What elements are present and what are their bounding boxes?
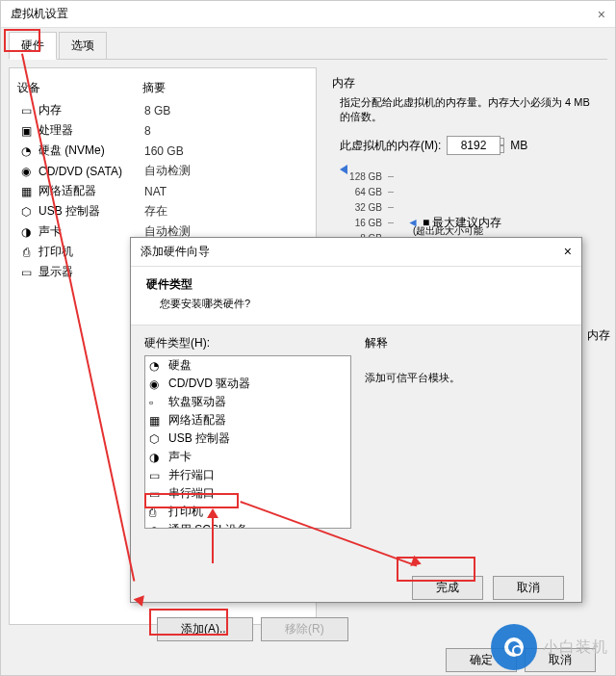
hardware-type-item[interactable]: ◉CD/DVD 驱动器 — [145, 375, 350, 393]
close-icon[interactable]: × — [598, 7, 605, 22]
hardware-type-item[interactable]: ▦网络适配器 — [145, 411, 350, 429]
scale-tick-icon — [388, 207, 394, 208]
hw-type-label: CD/DVD 驱动器 — [168, 376, 250, 392]
wizard-header: 硬件类型 您要安装哪类硬件? — [131, 267, 581, 325]
close-icon[interactable]: × — [564, 244, 572, 260]
device-summary: 8 — [144, 124, 151, 138]
hardware-type-item[interactable]: ◎通用 SCSI 设备 — [145, 521, 350, 529]
hw-type-icon: ◔ — [149, 359, 165, 373]
device-icon: ◔ — [17, 144, 35, 158]
device-row[interactable]: ▦网络适配器NAT — [17, 181, 308, 201]
hardware-type-list[interactable]: ◔硬盘◉CD/DVD 驱动器▫软盘驱动器▦网络适配器⬡USB 控制器◑声卡▭并行… — [144, 355, 351, 529]
scale-row: 32 GB — [340, 199, 600, 215]
tab-hardware[interactable]: 硬件 — [9, 32, 57, 60]
device-summary: 自动检测 — [144, 163, 191, 179]
watermark-logo-icon — [491, 624, 537, 670]
hardware-type-item[interactable]: ▫软盘驱动器 — [145, 393, 350, 411]
device-icon: ▭ — [17, 266, 35, 279]
wizard-body: 硬件类型(H): ◔硬盘◉CD/DVD 驱动器▫软盘驱动器▦网络适配器⬡USB … — [131, 325, 581, 566]
tab-options[interactable]: 选项 — [59, 32, 107, 59]
hw-type-label: 声卡 — [168, 449, 192, 465]
hw-type-label: 通用 SCSI 设备 — [168, 522, 248, 529]
device-name: 声卡 — [38, 223, 144, 240]
device-row[interactable]: ▣处理器8 — [17, 120, 308, 141]
hw-type-icon: ⬡ — [149, 432, 165, 446]
device-name: 内存 — [38, 102, 144, 118]
wizard-buttons: 完成 取消 — [131, 566, 581, 610]
watermark: 小白装机 — [491, 624, 608, 670]
device-row[interactable]: ⬡USB 控制器存在 — [17, 201, 308, 221]
device-name: USB 控制器 — [38, 203, 144, 220]
memory-desc: 指定分配给此虚拟机的内存量。内存大小必须为 4 MB 的倍数。 — [340, 95, 600, 124]
scale-row: 128 GB — [340, 169, 600, 184]
memory-scale: 128 GB64 GB32 GB16 GB◄■ 最大建议内存8 GB(超出此大小… — [340, 169, 600, 246]
hardware-type-item[interactable]: ⎙打印机 — [145, 503, 350, 521]
device-icon: ⬡ — [17, 205, 35, 219]
tabs: 硬件 选项 — [9, 32, 607, 60]
device-row[interactable]: ◉CD/DVD (SATA)自动检测 — [17, 161, 308, 181]
col-summary: 摘要 — [142, 80, 166, 96]
device-header: 设备 摘要 — [17, 76, 308, 100]
hw-type-icon: ◎ — [149, 524, 165, 530]
hw-type-label: 并行端口 — [168, 467, 215, 483]
device-icon: ◑ — [17, 225, 35, 239]
device-name: 硬盘 (NVMe) — [38, 143, 144, 159]
device-summary: NAT — [144, 185, 167, 198]
scale-label: 64 GB — [340, 187, 382, 197]
right-memory-label: 内存 — [587, 327, 610, 344]
hw-type-icon: ⎙ — [149, 506, 165, 519]
device-name: CD/DVD (SATA) — [38, 165, 144, 178]
device-summary: 8 GB — [144, 104, 170, 117]
hw-type-icon: ▭ — [149, 469, 165, 482]
scale-tick-icon — [388, 176, 394, 177]
hardware-type-item[interactable]: ▭串行端口 — [145, 484, 350, 503]
hw-type-icon: ▭ — [149, 487, 165, 501]
hw-type-label: USB 控制器 — [168, 430, 230, 447]
scale-label: 32 GB — [340, 202, 382, 213]
device-row[interactable]: ◔硬盘 (NVMe)160 GB — [17, 141, 308, 161]
wizard-header-sub: 您要安装哪类硬件? — [160, 297, 566, 311]
hardware-type-item[interactable]: ◑声卡 — [145, 448, 350, 466]
device-name: 打印机 — [38, 244, 144, 260]
hw-type-label: 串行端口 — [168, 485, 215, 502]
finish-button[interactable]: 完成 — [412, 576, 483, 600]
title-bar: 虚拟机设置 × — [1, 1, 615, 28]
remove-button: 移除(R) — [261, 617, 348, 641]
explain-text: 添加可信平台模块。 — [365, 371, 568, 385]
add-button[interactable]: 添加(A)... — [157, 617, 253, 641]
explain-label: 解释 — [365, 335, 568, 351]
wizard-title-bar: 添加硬件向导 × — [131, 238, 581, 267]
wizard-title: 添加硬件向导 — [141, 244, 210, 260]
device-summary: 160 GB — [144, 144, 184, 158]
memory-input-row: 此虚拟机的内存(M): ▲▼ MB — [340, 136, 600, 155]
scale-tick-icon — [388, 222, 394, 223]
hw-type-icon: ◑ — [149, 451, 165, 464]
hw-type-label: 打印机 — [168, 504, 203, 520]
device-name: 显示器 — [38, 264, 144, 280]
device-name: 处理器 — [38, 122, 144, 139]
scale-label: 16 GB — [340, 218, 382, 228]
scale-tick-icon — [388, 192, 394, 193]
hardware-type-item[interactable]: ▭并行端口 — [145, 466, 350, 484]
device-icon: ▣ — [17, 124, 35, 138]
device-icon: ▭ — [17, 104, 35, 117]
memory-input[interactable] — [447, 136, 500, 155]
memory-field-label: 此虚拟机的内存(M): — [340, 138, 441, 154]
device-name: 网络适配器 — [38, 183, 144, 199]
wizard-left: 硬件类型(H): ◔硬盘◉CD/DVD 驱动器▫软盘驱动器▦网络适配器⬡USB … — [144, 335, 351, 557]
col-device: 设备 — [17, 80, 142, 96]
device-summary: 存在 — [144, 203, 167, 220]
wizard-cancel-button[interactable]: 取消 — [493, 576, 564, 600]
hw-type-label: 硬盘 — [168, 357, 192, 374]
hw-type-icon: ▦ — [149, 414, 165, 428]
hardware-type-item[interactable]: ◔硬盘 — [145, 356, 350, 375]
scale-row: 64 GB — [340, 184, 600, 199]
wizard-right: 解释 添加可信平台模块。 — [365, 335, 568, 557]
device-icon: ◉ — [17, 165, 35, 178]
add-hardware-wizard: 添加硬件向导 × 硬件类型 您要安装哪类硬件? 硬件类型(H): ◔硬盘◉CD/… — [130, 237, 582, 603]
hardware-type-item[interactable]: ⬡USB 控制器 — [145, 429, 350, 448]
memory-group-label: 内存 — [332, 75, 600, 91]
current-marker-icon — [340, 165, 347, 174]
device-row[interactable]: ▭内存8 GB — [17, 100, 308, 120]
hw-list-label: 硬件类型(H): — [144, 335, 351, 351]
